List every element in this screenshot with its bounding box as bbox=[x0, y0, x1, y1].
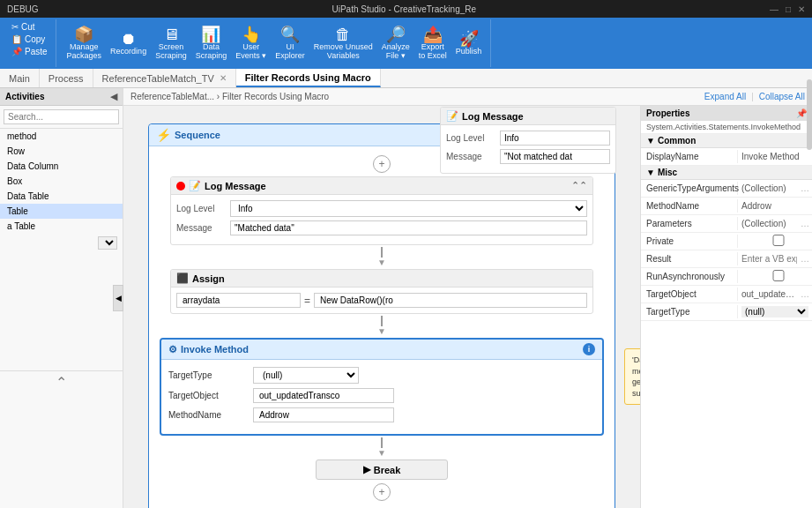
publish-icon: 🚀 bbox=[459, 31, 479, 47]
invoke-method-activity: ⚙ Invoke Method i TargetType bbox=[160, 338, 604, 436]
assign-title: Assign bbox=[192, 273, 225, 284]
assign-left-input[interactable] bbox=[176, 293, 301, 308]
panel-dropdown[interactable] bbox=[98, 236, 117, 250]
user-events-button[interactable]: 👆 UserEvents ▾ bbox=[232, 25, 270, 62]
left-item-method-label: method bbox=[7, 131, 36, 141]
left-item-data-table[interactable]: Data Table bbox=[0, 189, 123, 204]
tab-close-reference[interactable]: ✕ bbox=[220, 73, 227, 83]
properties-pin-btn[interactable]: 📌 bbox=[796, 108, 807, 118]
export-excel-icon: 📤 bbox=[423, 26, 443, 42]
activities-search-input[interactable] bbox=[4, 109, 119, 124]
log-level-select-1[interactable]: Info bbox=[230, 200, 587, 217]
remove-unused-icon: 🗑 bbox=[335, 26, 351, 42]
left-item-table[interactable]: Table bbox=[0, 204, 123, 219]
message-input-1[interactable] bbox=[230, 220, 587, 235]
left-item-box-label: Box bbox=[7, 176, 22, 186]
sequence-title: Sequence bbox=[175, 130, 220, 140]
left-panel-up-arrow[interactable]: ⌃ bbox=[56, 374, 67, 391]
log-message-1-title: Log Message bbox=[205, 181, 266, 191]
analyze-file-button[interactable]: 🔎 AnalyzeFile ▾ bbox=[378, 25, 413, 62]
target-object-input[interactable] bbox=[253, 388, 394, 403]
tab-process[interactable]: Process bbox=[40, 69, 93, 87]
prop-row-displayname: DisplayName Invoke Method bbox=[641, 148, 812, 166]
prop-targettype-value: (null) bbox=[738, 304, 812, 319]
properties-scrollbar[interactable] bbox=[807, 106, 812, 150]
add-activity-btn-1[interactable]: + bbox=[373, 155, 391, 173]
log-level-input-2[interactable] bbox=[500, 131, 610, 146]
assign-right-input[interactable] bbox=[314, 293, 587, 308]
tools-group: 📦 ManagePackages ⏺ Recording 🖥 ScreenScr… bbox=[58, 19, 492, 67]
prop-displayname-value[interactable]: Invoke Method bbox=[738, 150, 812, 163]
expand-all-btn[interactable]: Expand All bbox=[704, 92, 746, 101]
method-name-input[interactable] bbox=[253, 407, 394, 422]
prop-targetobject-more[interactable]: … bbox=[801, 289, 812, 299]
tab-filter-records[interactable]: Filter Records Using Macro bbox=[236, 69, 381, 87]
prop-runasync-checkbox[interactable] bbox=[745, 270, 812, 281]
manage-packages-button[interactable]: 📦 ManagePackages bbox=[63, 25, 106, 62]
prop-parameters-value[interactable]: (Collection) bbox=[738, 217, 801, 230]
target-type-label: TargetType bbox=[168, 370, 248, 380]
user-events-label: UserEvents ▾ bbox=[235, 42, 266, 60]
prop-result-more[interactable]: … bbox=[801, 254, 812, 264]
manage-packages-label: ManagePackages bbox=[67, 42, 102, 60]
close-btn[interactable]: ✕ bbox=[798, 4, 805, 14]
log-message-1-collapse[interactable]: ⌃⌃ bbox=[571, 180, 587, 191]
maximize-btn[interactable]: □ bbox=[786, 4, 791, 14]
collapse-icon: ▼ bbox=[646, 136, 655, 146]
invoke-icon: ⚙ bbox=[168, 344, 177, 355]
cut-button[interactable]: ✂ Cut bbox=[9, 21, 50, 33]
prop-generic-value[interactable]: (Collection) bbox=[738, 182, 801, 195]
left-item-method[interactable]: method bbox=[0, 129, 123, 144]
sequence-container: ⚡ Sequence i ⌃⌃ + bbox=[148, 123, 615, 508]
misc-collapse-icon: ▼ bbox=[646, 168, 655, 177]
prop-parameters-label: Parameters bbox=[641, 217, 738, 230]
prop-targetobject-value[interactable]: out_updatedT... bbox=[738, 288, 801, 301]
prop-result-input[interactable] bbox=[741, 254, 797, 264]
prop-parameters-more[interactable]: … bbox=[801, 219, 812, 228]
left-item-row[interactable]: Row bbox=[0, 144, 123, 159]
left-item-data-column[interactable]: Data Column bbox=[0, 159, 123, 174]
publish-button[interactable]: 🚀 Publish bbox=[452, 29, 486, 57]
clipboard-group: ✂ Cut 📋 Copy 📌 Paste bbox=[4, 19, 56, 67]
error-tooltip: 'DataRowCollection' does not have a publ… bbox=[624, 348, 640, 405]
assign-equals: = bbox=[304, 295, 310, 307]
left-item-data-table-label: Data Table bbox=[7, 191, 49, 201]
left-panel-collapse-arrow[interactable]: ◀ bbox=[113, 285, 123, 311]
prop-row-runasync: RunAsynchronously bbox=[641, 268, 812, 286]
error-tooltip-text: 'DataRowCollection' does not have a publ… bbox=[632, 355, 640, 398]
properties-panel: Properties 📌 System.Activities.Statement… bbox=[640, 106, 812, 508]
ui-explorer-icon: 🔍 bbox=[280, 26, 300, 42]
prop-targettype-select[interactable]: (null) bbox=[741, 306, 808, 318]
recording-button[interactable]: ⏺ Recording bbox=[107, 29, 150, 57]
invoke-info-icon[interactable]: i bbox=[583, 343, 595, 355]
log-icon: 📝 bbox=[189, 180, 201, 191]
remove-unused-button[interactable]: 🗑 Remove UnusedVariables bbox=[310, 25, 376, 62]
collapse-all-btn[interactable]: Collapse All bbox=[759, 92, 805, 101]
data-scraping-button[interactable]: 📊 DataScraping bbox=[192, 25, 231, 62]
tab-main[interactable]: Main bbox=[0, 69, 40, 87]
prop-methodname-value[interactable]: Addrow bbox=[738, 199, 812, 213]
message-input-2[interactable] bbox=[500, 149, 610, 164]
prop-generic-more[interactable]: … bbox=[801, 183, 812, 193]
publish-label: Publish bbox=[456, 47, 482, 56]
prop-private-checkbox[interactable] bbox=[745, 235, 812, 246]
prop-targetobject-label: TargetObject bbox=[641, 288, 738, 301]
left-item-a-table[interactable]: a Table bbox=[0, 219, 123, 234]
paste-button[interactable]: 📌 Paste bbox=[9, 46, 50, 57]
invoke-method-title: Invoke Method bbox=[181, 344, 249, 355]
minimize-btn[interactable]: — bbox=[770, 4, 778, 14]
log-message-1: 📝 Log Message ⌃⌃ Log Level bbox=[170, 176, 593, 245]
copy-button[interactable]: 📋 Copy bbox=[9, 34, 50, 45]
export-excel-button[interactable]: 📤 Exportto Excel bbox=[415, 25, 451, 62]
target-type-select[interactable]: (null) bbox=[253, 367, 359, 384]
left-item-box[interactable]: Box bbox=[0, 174, 123, 189]
message-label-2: Message bbox=[446, 152, 495, 161]
properties-title: Properties bbox=[646, 108, 689, 118]
panel-collapse-button[interactable]: ◀ bbox=[110, 91, 117, 102]
tab-reference-table[interactable]: ReferenceTableMatch_TV ✕ bbox=[93, 69, 236, 87]
ui-explorer-button[interactable]: 🔍 UIExplorer bbox=[272, 25, 309, 62]
screen-scraping-button[interactable]: 🖥 ScreenScraping bbox=[152, 25, 190, 62]
prop-result-value bbox=[738, 252, 801, 265]
add-activity-btn-2[interactable]: + bbox=[373, 483, 391, 501]
left-item-table-label: Table bbox=[7, 206, 28, 216]
